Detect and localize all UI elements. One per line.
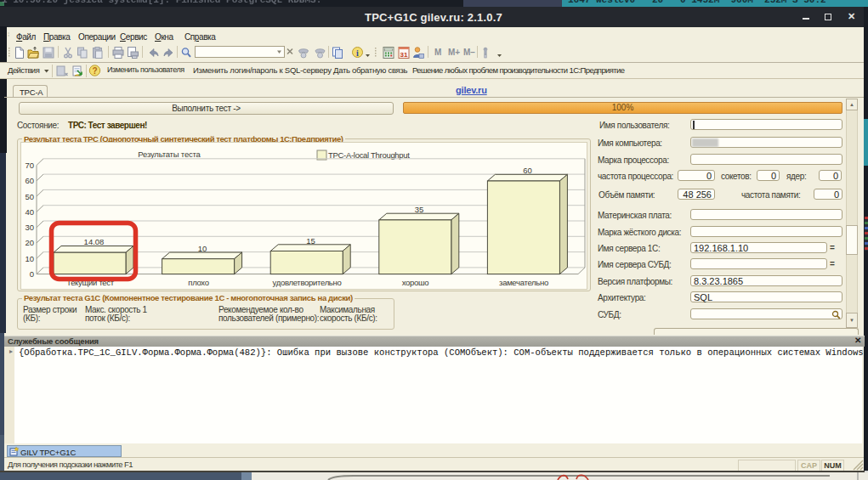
svg-text:i: i	[356, 48, 359, 58]
svg-text:60: 60	[523, 166, 532, 175]
svg-text:14.08: 14.08	[84, 237, 105, 246]
svg-text:плохо: плохо	[188, 278, 208, 287]
svg-text:хорошо: хорошо	[402, 278, 429, 287]
svg-text:0: 0	[30, 269, 34, 279]
svg-text:31: 31	[400, 51, 408, 59]
svg-text:M+: M+	[448, 48, 460, 57]
svg-text:?: ?	[92, 66, 97, 76]
svg-text:15: 15	[306, 236, 315, 246]
svg-text:удовлетворительно: удовлетворительно	[273, 278, 342, 287]
svg-text:70: 70	[25, 161, 34, 170]
svg-text:10: 10	[198, 244, 207, 253]
svg-text:60: 60	[25, 176, 34, 185]
svg-text:50: 50	[25, 192, 34, 201]
svg-text:Результаты теста: Результаты теста	[138, 150, 201, 159]
svg-text:TPC-A-local Throughput: TPC-A-local Throughput	[328, 150, 410, 160]
svg-text:замечательно: замечательно	[499, 278, 548, 287]
svg-text:40: 40	[25, 207, 34, 217]
svg-text:30: 30	[25, 223, 34, 232]
svg-text:M: M	[434, 48, 441, 57]
svg-text:M−: M−	[463, 48, 475, 57]
svg-text:10: 10	[25, 254, 34, 263]
svg-text:20: 20	[25, 238, 34, 247]
svg-text:35: 35	[415, 205, 424, 214]
